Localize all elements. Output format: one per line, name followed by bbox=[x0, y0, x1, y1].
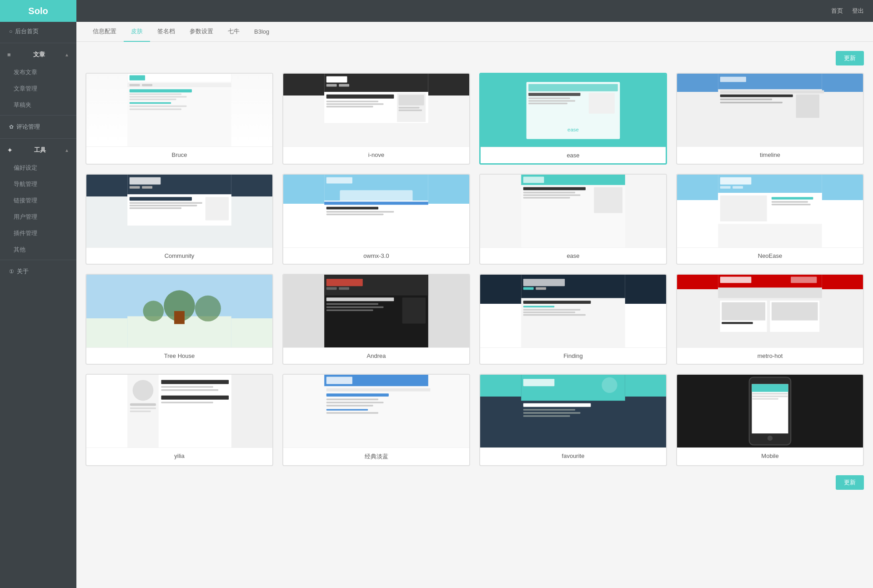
svg-rect-152 bbox=[753, 396, 788, 397]
skin-card-Tree-House[interactable]: Tree House bbox=[85, 274, 273, 365]
sidebar-item-dashboard[interactable]: ○ 后台首页 bbox=[0, 22, 76, 41]
skin-card-Bruce[interactable]: Bruce bbox=[85, 73, 273, 165]
svg-rect-4 bbox=[130, 84, 140, 86]
tab-皮肤[interactable]: 皮肤 bbox=[124, 22, 150, 42]
svg-rect-47 bbox=[130, 186, 140, 189]
svg-rect-48 bbox=[142, 186, 152, 189]
svg-rect-141 bbox=[523, 379, 555, 386]
tools-section-label: 工具 bbox=[34, 146, 46, 154]
skin-thumb-Mobile bbox=[677, 375, 863, 447]
update-button-bottom[interactable]: 更新 bbox=[836, 475, 864, 490]
sidebar-item-link-manage[interactable]: 链接管理 bbox=[0, 192, 76, 209]
skin-name-NeoEase: NeoEase bbox=[677, 247, 863, 264]
svg-rect-127 bbox=[161, 396, 229, 400]
sidebar-section-article[interactable]: ≡ 文章 ▲ bbox=[0, 45, 76, 64]
skin-card-timeline[interactable]: timeline bbox=[676, 73, 864, 165]
svg-text:ease: ease bbox=[567, 127, 579, 132]
svg-rect-5 bbox=[142, 84, 152, 86]
svg-rect-20 bbox=[326, 101, 378, 102]
svg-rect-145 bbox=[523, 412, 581, 413]
dashboard-icon: ○ bbox=[9, 28, 12, 35]
logout-link[interactable]: 登出 bbox=[852, 7, 864, 15]
tab-B3log[interactable]: B3log bbox=[247, 22, 276, 42]
skin-card-ease[interactable]: ease ease bbox=[479, 73, 667, 165]
svg-rect-40 bbox=[720, 95, 793, 97]
svg-rect-131 bbox=[326, 377, 352, 384]
svg-rect-97 bbox=[402, 297, 426, 323]
sidebar-item-plugin-manage[interactable]: 插件管理 bbox=[0, 225, 76, 241]
skin-card-NeoEase[interactable]: NeoEase bbox=[676, 174, 864, 265]
svg-point-142 bbox=[602, 377, 617, 393]
svg-rect-42 bbox=[720, 102, 783, 103]
skin-card-Andrea[interactable]: Andrea bbox=[282, 274, 470, 365]
sidebar-item-comments[interactable]: ✿ 评论管理 bbox=[0, 117, 76, 136]
top-bar: Solo 首页 登出 bbox=[0, 0, 873, 22]
skin-card-Finding[interactable]: Finding bbox=[479, 274, 667, 365]
svg-rect-30 bbox=[528, 93, 580, 96]
skin-thumb----- bbox=[283, 375, 469, 447]
skin-thumb-Finding bbox=[480, 275, 666, 347]
drafts-label: 草稿夹 bbox=[14, 101, 31, 109]
svg-rect-95 bbox=[326, 307, 384, 308]
skin-card-i-nove[interactable]: i-nove bbox=[282, 73, 470, 165]
skin-name-i-nove: i-nove bbox=[283, 146, 469, 163]
sidebar-item-other[interactable]: 其他 bbox=[0, 241, 76, 258]
svg-rect-106 bbox=[523, 312, 575, 313]
content-area: 更新 Bruce bbox=[76, 42, 873, 588]
skin-card-metro-hot[interactable]: metro-hot bbox=[676, 274, 864, 365]
svg-rect-34 bbox=[589, 93, 615, 114]
tab-签名档[interactable]: 签名档 bbox=[150, 22, 182, 42]
svg-rect-21 bbox=[326, 103, 384, 105]
sidebar-item-user-manage[interactable]: 用户管理 bbox=[0, 209, 76, 225]
svg-rect-74 bbox=[720, 186, 731, 189]
other-label: 其他 bbox=[14, 246, 25, 254]
svg-rect-146 bbox=[523, 415, 570, 417]
sidebar-item-about[interactable]: ① 关于 bbox=[0, 262, 76, 281]
home-link[interactable]: 首页 bbox=[831, 7, 843, 15]
svg-rect-96 bbox=[326, 310, 373, 311]
svg-rect-121 bbox=[130, 403, 156, 406]
update-button-top[interactable]: 更新 bbox=[836, 51, 864, 65]
skin-card-ease[interactable]: ease bbox=[479, 174, 667, 265]
svg-rect-107 bbox=[523, 314, 586, 316]
skin-thumb-metro-hot bbox=[677, 275, 863, 347]
svg-point-86 bbox=[143, 301, 164, 322]
svg-rect-17 bbox=[339, 84, 349, 87]
svg-point-87 bbox=[195, 296, 221, 322]
sidebar-item-publish[interactable]: 发布文章 bbox=[0, 64, 76, 80]
svg-rect-31 bbox=[528, 97, 570, 99]
sidebar-section-tools[interactable]: ✦ 工具 ▲ bbox=[0, 141, 76, 160]
sidebar-item-article-manage[interactable]: 文章管理 bbox=[0, 80, 76, 97]
skin-card-Community[interactable]: Community bbox=[85, 174, 273, 265]
svg-rect-126 bbox=[161, 389, 219, 391]
skin-name-Tree-House: Tree House bbox=[86, 347, 272, 364]
svg-rect-41 bbox=[720, 99, 772, 100]
svg-rect-32 bbox=[528, 100, 575, 101]
tab-信息配置[interactable]: 信息配置 bbox=[85, 22, 124, 42]
svg-rect-80 bbox=[772, 201, 808, 202]
skin-card-yilia[interactable]: yilia bbox=[85, 374, 273, 466]
skin-thumb-Bruce bbox=[86, 74, 272, 146]
svg-rect-122 bbox=[130, 407, 156, 409]
svg-rect-117 bbox=[772, 302, 818, 321]
comments-label: 评论管理 bbox=[16, 123, 40, 131]
skin-card-favourite[interactable]: favourite bbox=[479, 374, 667, 466]
tab-七牛[interactable]: 七牛 bbox=[221, 22, 247, 42]
svg-rect-69 bbox=[523, 197, 570, 198]
skin-name-ease: ease bbox=[481, 147, 666, 163]
sidebar-item-drafts[interactable]: 草稿夹 bbox=[0, 97, 76, 113]
skin-grid: Bruce i-nove ease ease bbox=[85, 73, 864, 466]
svg-rect-10 bbox=[130, 102, 171, 104]
svg-rect-66 bbox=[523, 187, 586, 190]
svg-rect-70 bbox=[594, 187, 622, 213]
sidebar-item-preferences[interactable]: 偏好设定 bbox=[0, 160, 76, 176]
tab-参数设置[interactable]: 参数设置 bbox=[182, 22, 221, 42]
sidebar-divider-4 bbox=[0, 260, 76, 260]
skin-card-Mobile[interactable]: Mobile bbox=[676, 374, 864, 466]
sidebar-dashboard-label: 后台首页 bbox=[15, 27, 39, 35]
skin-card-owmx-3-0[interactable]: owmx-3.0 bbox=[282, 174, 470, 265]
skin-card-----[interactable]: 经典淡蓝 bbox=[282, 374, 470, 466]
sidebar-item-nav-manage[interactable]: 导航管理 bbox=[0, 176, 76, 192]
skin-thumb-NeoEase bbox=[677, 175, 863, 247]
svg-rect-51 bbox=[130, 202, 202, 204]
